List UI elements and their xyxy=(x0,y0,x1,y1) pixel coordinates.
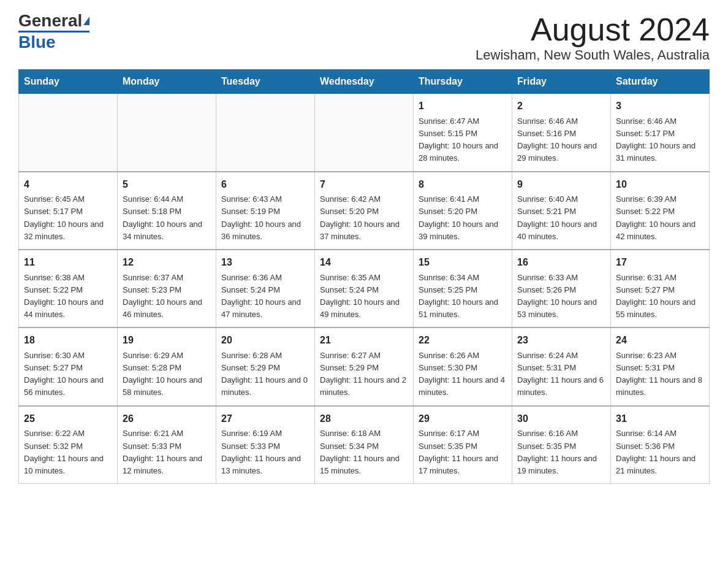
day-number: 8 xyxy=(419,177,507,193)
day-number: 4 xyxy=(24,177,112,193)
calendar-week-row: 18Sunrise: 6:30 AM Sunset: 5:27 PM Dayli… xyxy=(19,327,710,405)
day-info: Sunrise: 6:27 AM Sunset: 5:29 PM Dayligh… xyxy=(320,350,408,399)
day-info: Sunrise: 6:17 AM Sunset: 5:35 PM Dayligh… xyxy=(419,427,507,477)
calendar-cell: 2Sunrise: 6:46 AM Sunset: 5:16 PM Daylig… xyxy=(512,94,611,172)
calendar-cell: 18Sunrise: 6:30 AM Sunset: 5:27 PM Dayli… xyxy=(19,327,118,405)
calendar-week-row: 1Sunrise: 6:47 AM Sunset: 5:15 PM Daylig… xyxy=(19,94,710,172)
day-info: Sunrise: 6:45 AM Sunset: 5:17 PM Dayligh… xyxy=(24,193,112,243)
calendar-table: SundayMondayTuesdayWednesdayThursdayFrid… xyxy=(18,69,710,484)
day-info: Sunrise: 6:43 AM Sunset: 5:19 PM Dayligh… xyxy=(221,193,309,243)
day-number: 2 xyxy=(517,99,605,114)
calendar-cell: 10Sunrise: 6:39 AM Sunset: 5:22 PM Dayli… xyxy=(611,172,710,250)
day-info: Sunrise: 6:46 AM Sunset: 5:17 PM Dayligh… xyxy=(616,115,704,165)
day-number: 20 xyxy=(221,333,309,348)
day-info: Sunrise: 6:28 AM Sunset: 5:29 PM Dayligh… xyxy=(221,350,309,399)
day-number: 6 xyxy=(221,177,309,193)
location-title: Lewisham, New South Wales, Australia xyxy=(476,47,710,63)
title-block: August 2024 Lewisham, New South Wales, A… xyxy=(476,12,710,63)
calendar-week-row: 25Sunrise: 6:22 AM Sunset: 5:32 PM Dayli… xyxy=(19,406,710,484)
calendar-cell: 20Sunrise: 6:28 AM Sunset: 5:29 PM Dayli… xyxy=(216,327,315,405)
calendar-week-row: 11Sunrise: 6:38 AM Sunset: 5:22 PM Dayli… xyxy=(19,250,710,327)
calendar-cell: 25Sunrise: 6:22 AM Sunset: 5:32 PM Dayli… xyxy=(19,406,118,484)
calendar-cell: 8Sunrise: 6:41 AM Sunset: 5:20 PM Daylig… xyxy=(414,172,512,250)
logo: General Blue xyxy=(18,12,89,52)
calendar-cell: 30Sunrise: 6:16 AM Sunset: 5:35 PM Dayli… xyxy=(512,406,611,484)
day-number: 17 xyxy=(616,255,704,270)
day-number: 13 xyxy=(221,255,309,270)
calendar-week-row: 4Sunrise: 6:45 AM Sunset: 5:17 PM Daylig… xyxy=(19,172,710,250)
day-info: Sunrise: 6:46 AM Sunset: 5:16 PM Dayligh… xyxy=(517,115,605,165)
calendar-cell xyxy=(315,94,414,172)
calendar-cell: 9Sunrise: 6:40 AM Sunset: 5:21 PM Daylig… xyxy=(512,172,611,250)
calendar-header-row: SundayMondayTuesdayWednesdayThursdayFrid… xyxy=(19,70,710,94)
calendar-cell: 21Sunrise: 6:27 AM Sunset: 5:29 PM Dayli… xyxy=(315,327,414,405)
calendar-cell xyxy=(19,94,118,172)
calendar-cell: 16Sunrise: 6:33 AM Sunset: 5:26 PM Dayli… xyxy=(512,250,611,327)
day-number: 31 xyxy=(616,412,704,427)
day-info: Sunrise: 6:38 AM Sunset: 5:22 PM Dayligh… xyxy=(24,272,112,321)
calendar-cell xyxy=(118,94,216,172)
calendar-cell: 24Sunrise: 6:23 AM Sunset: 5:31 PM Dayli… xyxy=(611,327,710,405)
day-number: 29 xyxy=(419,412,507,427)
day-number: 25 xyxy=(24,412,112,427)
calendar-cell: 7Sunrise: 6:42 AM Sunset: 5:20 PM Daylig… xyxy=(315,172,414,250)
calendar-cell: 5Sunrise: 6:44 AM Sunset: 5:18 PM Daylig… xyxy=(118,172,216,250)
calendar-cell: 4Sunrise: 6:45 AM Sunset: 5:17 PM Daylig… xyxy=(19,172,118,250)
day-number: 9 xyxy=(517,177,605,193)
day-info: Sunrise: 6:19 AM Sunset: 5:33 PM Dayligh… xyxy=(221,427,309,477)
calendar-cell xyxy=(216,94,315,172)
col-header-monday: Monday xyxy=(118,70,216,94)
day-number: 10 xyxy=(616,177,704,193)
day-info: Sunrise: 6:41 AM Sunset: 5:20 PM Dayligh… xyxy=(419,193,507,243)
day-info: Sunrise: 6:22 AM Sunset: 5:32 PM Dayligh… xyxy=(24,427,112,477)
day-number: 7 xyxy=(320,177,408,193)
day-info: Sunrise: 6:30 AM Sunset: 5:27 PM Dayligh… xyxy=(24,350,112,399)
logo-general: General xyxy=(18,12,82,29)
calendar-cell: 29Sunrise: 6:17 AM Sunset: 5:35 PM Dayli… xyxy=(414,406,512,484)
day-info: Sunrise: 6:26 AM Sunset: 5:30 PM Dayligh… xyxy=(419,350,507,399)
day-number: 3 xyxy=(616,99,704,114)
calendar-cell: 15Sunrise: 6:34 AM Sunset: 5:25 PM Dayli… xyxy=(414,250,512,327)
day-info: Sunrise: 6:18 AM Sunset: 5:34 PM Dayligh… xyxy=(320,427,408,477)
day-info: Sunrise: 6:44 AM Sunset: 5:18 PM Dayligh… xyxy=(123,193,211,243)
day-number: 30 xyxy=(517,412,605,427)
day-number: 15 xyxy=(419,255,507,270)
day-number: 11 xyxy=(24,255,112,270)
day-number: 22 xyxy=(419,333,507,348)
col-header-saturday: Saturday xyxy=(611,70,710,94)
day-number: 26 xyxy=(123,412,211,427)
day-number: 14 xyxy=(320,255,408,270)
day-info: Sunrise: 6:39 AM Sunset: 5:22 PM Dayligh… xyxy=(616,193,704,243)
calendar-cell: 13Sunrise: 6:36 AM Sunset: 5:24 PM Dayli… xyxy=(216,250,315,327)
col-header-tuesday: Tuesday xyxy=(216,70,315,94)
calendar-cell: 31Sunrise: 6:14 AM Sunset: 5:36 PM Dayli… xyxy=(611,406,710,484)
day-info: Sunrise: 6:40 AM Sunset: 5:21 PM Dayligh… xyxy=(517,193,605,243)
logo-blue: Blue xyxy=(18,33,56,52)
col-header-friday: Friday xyxy=(512,70,611,94)
day-info: Sunrise: 6:42 AM Sunset: 5:20 PM Dayligh… xyxy=(320,193,408,243)
day-number: 19 xyxy=(123,333,211,348)
calendar-cell: 12Sunrise: 6:37 AM Sunset: 5:23 PM Dayli… xyxy=(118,250,216,327)
day-number: 23 xyxy=(517,333,605,348)
col-header-sunday: Sunday xyxy=(19,70,118,94)
calendar-cell: 14Sunrise: 6:35 AM Sunset: 5:24 PM Dayli… xyxy=(315,250,414,327)
day-info: Sunrise: 6:16 AM Sunset: 5:35 PM Dayligh… xyxy=(517,427,605,477)
day-number: 24 xyxy=(616,333,704,348)
day-info: Sunrise: 6:24 AM Sunset: 5:31 PM Dayligh… xyxy=(517,350,605,399)
day-info: Sunrise: 6:21 AM Sunset: 5:33 PM Dayligh… xyxy=(123,427,211,477)
calendar-cell: 22Sunrise: 6:26 AM Sunset: 5:30 PM Dayli… xyxy=(414,327,512,405)
calendar-cell: 19Sunrise: 6:29 AM Sunset: 5:28 PM Dayli… xyxy=(118,327,216,405)
logo-triangle-icon xyxy=(83,17,89,25)
calendar-cell: 1Sunrise: 6:47 AM Sunset: 5:15 PM Daylig… xyxy=(414,94,512,172)
day-number: 27 xyxy=(221,412,309,427)
day-info: Sunrise: 6:47 AM Sunset: 5:15 PM Dayligh… xyxy=(419,115,507,165)
day-info: Sunrise: 6:31 AM Sunset: 5:27 PM Dayligh… xyxy=(616,272,704,321)
calendar-cell: 28Sunrise: 6:18 AM Sunset: 5:34 PM Dayli… xyxy=(315,406,414,484)
calendar-cell: 27Sunrise: 6:19 AM Sunset: 5:33 PM Dayli… xyxy=(216,406,315,484)
day-number: 1 xyxy=(419,99,507,114)
month-title: August 2024 xyxy=(476,12,710,47)
page-header: General Blue August 2024 Lewisham, New S… xyxy=(18,12,710,63)
day-info: Sunrise: 6:23 AM Sunset: 5:31 PM Dayligh… xyxy=(616,350,704,399)
day-info: Sunrise: 6:14 AM Sunset: 5:36 PM Dayligh… xyxy=(616,427,704,477)
day-info: Sunrise: 6:29 AM Sunset: 5:28 PM Dayligh… xyxy=(123,350,211,399)
